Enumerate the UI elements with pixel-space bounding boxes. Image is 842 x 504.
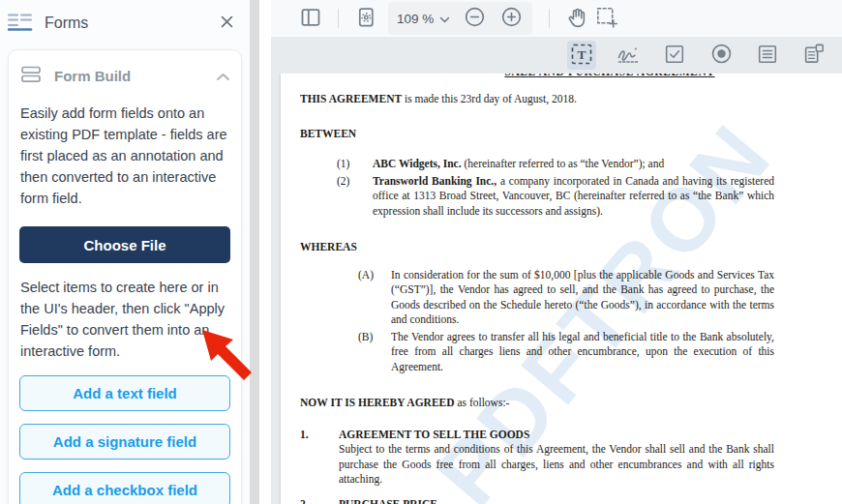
zoom-in-button[interactable]: [496, 4, 526, 33]
svg-text:T: T: [577, 46, 586, 61]
close-icon: [220, 15, 234, 32]
zoom-in-icon: [499, 5, 524, 32]
toolbar-divider: [338, 9, 339, 28]
zoom-out-button[interactable]: [460, 4, 489, 33]
add-text-field-button[interactable]: Add a text field: [19, 375, 230, 411]
form-build-section-header[interactable]: Form Build: [19, 63, 230, 89]
close-panel-button[interactable]: [218, 13, 236, 34]
panel-resize-handle[interactable]: [250, 0, 259, 504]
signature-field-icon: [616, 42, 641, 70]
form-build-description: Easily add form fields onto an existing …: [20, 103, 229, 209]
pan-tool-button[interactable]: [562, 4, 591, 33]
signature-field-tool-button[interactable]: [614, 41, 643, 70]
app-root: Forms Form Build: [0, 0, 842, 504]
toolbar-divider: [549, 9, 550, 28]
checkbox-field-icon: [663, 43, 686, 69]
zoom-level-value: 109 %: [397, 12, 434, 26]
radio-field-tool-button[interactable]: [707, 41, 736, 70]
contract-section: 2. PURCHASE PRICE In consideration for t…: [300, 497, 774, 504]
form-build-instructions: Select items to create here or in the UI…: [20, 277, 229, 362]
viewer-toolbar: 109 %: [271, 0, 842, 37]
form-build-title: Form Build: [54, 68, 216, 84]
choose-file-button[interactable]: Choose File: [19, 226, 230, 263]
party-item: (2) Transworld Banking Inc., a company i…: [300, 174, 774, 220]
toggle-left-panel-button[interactable]: [296, 4, 325, 33]
between-heading: BETWEEN: [300, 127, 774, 142]
combobox-field-icon: [802, 42, 827, 69]
party-item: (1) ABC Widgets, Inc. (hereinafter refer…: [300, 157, 774, 172]
forms-panel-header: Forms: [0, 0, 250, 41]
page-settings-icon: [354, 6, 377, 32]
radio-field-icon: [709, 42, 734, 69]
zoom-out-icon: [463, 5, 487, 32]
document-viewer: 109 %: [271, 0, 842, 504]
checkbox-field-tool-button[interactable]: [660, 41, 689, 70]
chevron-down-icon: [439, 12, 450, 26]
combobox-field-tool-button[interactable]: [799, 41, 828, 70]
zoom-controls: 109 %: [388, 2, 532, 35]
form-field-toolbar: T: [271, 37, 842, 74]
page-settings-button[interactable]: [351, 4, 380, 33]
text-field-icon: T: [569, 42, 594, 70]
document-scroll-area[interactable]: PDFTRON SALE AND PURCHASE AGREEMENT THIS…: [271, 74, 842, 504]
panel-title: Forms: [45, 15, 218, 32]
add-signature-field-button[interactable]: Add a signature field: [19, 424, 230, 460]
pan-hand-icon: [565, 5, 589, 32]
marquee-zoom-button[interactable]: [591, 4, 620, 33]
document-content: SALE AND PURCHASE AGREEMENT THIS AGREEME…: [281, 74, 842, 504]
recital-item: (A) In consideration for the sum of $10,…: [300, 268, 774, 328]
listbox-field-icon: [756, 43, 779, 69]
form-build-icon: [19, 63, 43, 89]
panel-edge-spacer: [259, 0, 271, 504]
contract-section: 1. AGREEMENT TO SELL THE GOODS Subject t…: [300, 428, 774, 488]
marquee-zoom-icon: [594, 5, 618, 32]
zoom-level-dropdown[interactable]: 109 %: [395, 10, 452, 28]
listbox-field-tool-button[interactable]: [753, 41, 782, 70]
chevron-up-icon[interactable]: [216, 68, 230, 84]
add-checkbox-field-button[interactable]: Add a checkbox field: [19, 472, 230, 504]
toggle-left-panel-icon: [299, 6, 322, 32]
forms-panel: Forms Form Build: [0, 0, 250, 504]
whereas-heading: WHEREAS: [300, 240, 774, 255]
forms-panel-icon: [8, 10, 33, 37]
agreement-intro-line: THIS AGREEMENT is made this 23rd day of …: [300, 92, 774, 107]
recital-item: (B) The Vendor agrees to transfer all hi…: [300, 330, 774, 375]
agreed-line: NOW IT IS HEREBY AGREED as follows:-: [300, 396, 774, 411]
document-title-clipped: SALE AND PURCHASE AGREEMENT: [300, 74, 842, 79]
text-field-tool-button[interactable]: T: [567, 41, 596, 70]
pdf-page[interactable]: PDFTRON SALE AND PURCHASE AGREEMENT THIS…: [281, 74, 842, 504]
form-build-card: Form Build Easily add form fields onto a…: [8, 49, 242, 504]
